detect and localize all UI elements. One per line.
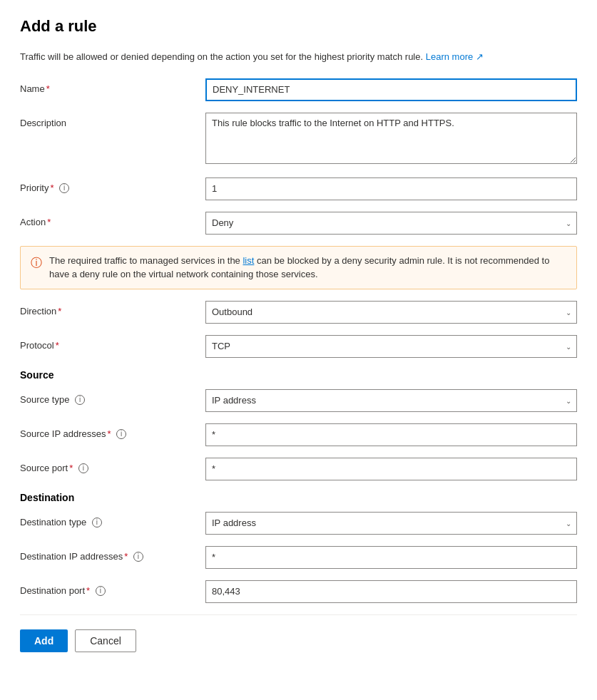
name-input[interactable] [205,78,577,101]
action-row: Action* Deny ⌄ [20,212,577,235]
priority-input[interactable] [205,177,577,200]
action-select-wrapper: Deny ⌄ [205,212,577,235]
direction-row: Direction* Outbound ⌄ [20,301,577,324]
destination-port-info-icon[interactable]: i [96,586,106,596]
action-chevron-icon: ⌄ [566,219,571,227]
destination-port-input[interactable] [205,580,577,603]
direction-control: Outbound ⌄ [205,301,577,324]
direction-select[interactable]: Outbound ⌄ [205,301,577,324]
source-ip-info-icon[interactable]: i [116,429,126,439]
source-type-chevron-icon: ⌄ [566,396,571,404]
description-label: Description [20,113,205,128]
name-row: Name* [20,78,577,101]
destination-type-row: Destination type i IP address ⌄ [20,512,577,535]
button-divider [20,614,577,615]
warning-icon: ⓘ [31,254,42,272]
destination-port-control [205,580,577,603]
destination-type-control: IP address ⌄ [205,512,577,535]
protocol-chevron-icon: ⌄ [566,342,571,350]
source-type-label: Source type i [20,389,205,406]
warning-list-link[interactable]: list [243,255,254,266]
add-button[interactable]: Add [20,629,68,652]
source-type-row: Source type i IP address ⌄ [20,389,577,412]
source-type-control: IP address ⌄ [205,389,577,412]
button-row: Add Cancel [20,629,577,652]
priority-label: Priority* i [20,177,205,194]
destination-port-row: Destination port* i [20,580,577,603]
source-port-control [205,458,577,480]
destination-ip-row: Destination IP addresses* i [20,546,577,569]
direction-chevron-icon: ⌄ [566,308,571,316]
source-ip-row: Source IP addresses* i [20,423,577,446]
cancel-button[interactable]: Cancel [75,629,136,652]
destination-ip-info-icon[interactable]: i [133,552,143,562]
destination-ip-label: Destination IP addresses* i [20,546,205,562]
protocol-control: TCP ⌄ [205,335,577,358]
description-row: Description [20,113,577,166]
destination-ip-control [205,546,577,569]
destination-type-info-icon[interactable]: i [92,518,102,527]
direction-label: Direction* [20,301,205,316]
description-input[interactable] [205,113,577,164]
destination-type-select-wrapper: IP address ⌄ [205,512,577,535]
destination-ip-input[interactable] [205,546,577,569]
priority-info-icon[interactable]: i [59,183,69,193]
action-label: Action* [20,212,205,227]
priority-row: Priority* i [20,177,577,200]
warning-box: ⓘ The required traffic to managed servic… [20,246,577,289]
source-ip-control [205,423,577,446]
priority-control [205,177,577,200]
action-control: Deny ⌄ [205,212,577,235]
destination-section-title: Destination [20,492,577,503]
learn-more-link[interactable]: Learn more ↗ [426,51,484,62]
name-label: Name* [20,78,205,94]
destination-port-label: Destination port* i [20,580,205,597]
source-port-info-icon[interactable]: i [78,463,88,473]
source-port-input[interactable] [205,458,577,480]
name-control [205,78,577,101]
source-section-title: Source [20,369,577,381]
destination-type-label: Destination type i [20,512,205,528]
info-text: Traffic will be allowed or denied depend… [20,50,577,64]
destination-type-chevron-icon: ⌄ [566,519,571,527]
source-ip-label: Source IP addresses* i [20,423,205,440]
page-title: Add a rule [20,17,577,36]
source-port-label: Source port* i [20,458,205,474]
source-ip-input[interactable] [205,423,577,446]
action-select[interactable]: Deny ⌄ [205,212,577,235]
description-control [205,113,577,166]
protocol-select[interactable]: TCP ⌄ [205,335,577,358]
protocol-select-wrapper: TCP ⌄ [205,335,577,358]
destination-type-select[interactable]: IP address ⌄ [205,512,577,535]
source-type-select[interactable]: IP address ⌄ [205,389,577,412]
direction-select-wrapper: Outbound ⌄ [205,301,577,324]
source-type-select-wrapper: IP address ⌄ [205,389,577,412]
source-port-row: Source port* i [20,458,577,480]
protocol-row: Protocol* TCP ⌄ [20,335,577,358]
protocol-label: Protocol* [20,335,205,351]
source-type-info-icon[interactable]: i [75,395,85,405]
